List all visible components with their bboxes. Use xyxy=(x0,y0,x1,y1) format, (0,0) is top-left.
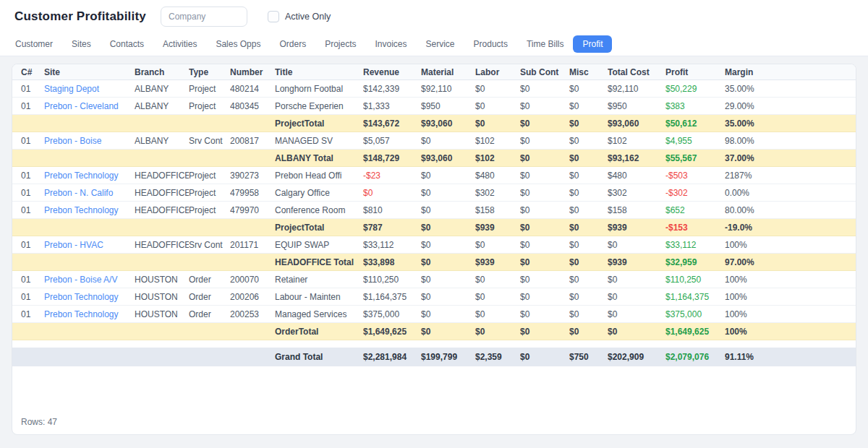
tab-sales-opps[interactable]: Sales Opps xyxy=(206,35,270,53)
site-link[interactable]: Prebon Technology xyxy=(44,171,135,181)
table-cell: -19.0% xyxy=(725,223,856,233)
column-header-sub-cont[interactable]: Sub Cont xyxy=(520,67,569,77)
table-row[interactable]: 01Prebon - HVACHEADOFFICESrv Cont201171E… xyxy=(12,236,856,254)
column-header-material[interactable]: Material xyxy=(421,67,475,77)
site-link[interactable]: Prebon Technology xyxy=(44,309,135,319)
table-cell: $0 xyxy=(475,119,520,129)
table-row[interactable]: 01Prebon TechnologyHEADOFFICEProject3902… xyxy=(12,167,856,184)
table-row[interactable]: 01Staging DepotALBANYProject480214Longho… xyxy=(12,80,856,98)
site-link[interactable]: Prebon - Boise A/V xyxy=(44,275,135,285)
table-cell: $0 xyxy=(569,171,608,181)
table-cell: 01 xyxy=(21,136,44,146)
table-cell: 390273 xyxy=(230,171,275,181)
table-cell: ALBANY xyxy=(135,101,189,111)
table-cell: $0 xyxy=(421,223,475,233)
column-header-branch[interactable]: Branch xyxy=(135,67,189,77)
table-cell: $0 xyxy=(569,292,608,302)
tab-profit[interactable]: Profit xyxy=(573,35,612,53)
column-header-number[interactable]: Number xyxy=(230,67,275,77)
table-cell: $0 xyxy=(569,188,608,198)
table-cell: Srv Cont xyxy=(189,240,230,250)
site-link[interactable]: Prebon Technology xyxy=(44,292,135,302)
table-cell: $0 xyxy=(421,327,475,337)
table-cell: $0 xyxy=(520,223,569,233)
table-body: 01Staging DepotALBANYProject480214Longho… xyxy=(12,80,856,366)
column-header-margin[interactable]: Margin xyxy=(725,67,856,77)
site-link[interactable]: Prebon - N. Califo xyxy=(44,188,135,198)
table-row[interactable]: 01Prebon - ClevelandALBANYProject480345P… xyxy=(12,98,856,115)
table-cell: -$23 xyxy=(363,171,421,181)
table-cell: EQUIP SWAP xyxy=(275,240,363,250)
profit-table: C#SiteBranchTypeNumberTitleRevenueMateri… xyxy=(12,64,856,366)
column-header-labor[interactable]: Labor xyxy=(475,67,520,77)
site-link[interactable]: Prebon - Cleveland xyxy=(44,101,135,111)
column-header-type[interactable]: Type xyxy=(189,67,230,77)
column-header-title[interactable]: Title xyxy=(275,67,363,77)
table-cell: $142,339 xyxy=(363,84,421,94)
table-cell: $0 xyxy=(475,84,520,94)
table-cell: 100% xyxy=(725,240,856,250)
table-cell: 480345 xyxy=(230,101,275,111)
site-link[interactable]: Prebon Technology xyxy=(44,205,135,215)
tab-activities[interactable]: Activities xyxy=(153,35,206,53)
table-row[interactable]: 01Prebon TechnologyHOUSTONOrder200206Lab… xyxy=(12,288,856,306)
table-cell: $0 xyxy=(569,275,608,285)
table-cell: 0.00% xyxy=(725,188,856,198)
column-header-revenue[interactable]: Revenue xyxy=(363,67,421,77)
table-cell: $0 xyxy=(520,153,569,163)
tab-customer[interactable]: Customer xyxy=(6,35,62,53)
column-header-c-[interactable]: C# xyxy=(21,67,44,77)
subtotal-row: ProjectTotal$143,672$93,060$0$0$0$93,060… xyxy=(12,115,856,132)
tab-sites[interactable]: Sites xyxy=(62,35,101,53)
table-row[interactable]: 01Prebon TechnologyHEADOFFICEProject4799… xyxy=(12,202,856,219)
table-cell: 37.00% xyxy=(725,153,856,163)
table-cell: 91.11% xyxy=(725,352,856,362)
tab-orders[interactable]: Orders xyxy=(270,35,315,53)
table-cell: $0 xyxy=(421,275,475,285)
column-header-total-cost[interactable]: Total Cost xyxy=(608,67,665,77)
table-cell: $939 xyxy=(475,223,520,233)
table-cell: ALBANY xyxy=(135,84,189,94)
table-cell: HOUSTON xyxy=(135,292,189,302)
page-title: Customer Profitability xyxy=(14,9,146,24)
column-header-site[interactable]: Site xyxy=(44,67,135,77)
table-cell: -$302 xyxy=(665,188,725,198)
table-cell: Project xyxy=(189,84,230,94)
table-cell: 201171 xyxy=(230,240,275,250)
table-cell: $0 xyxy=(520,84,569,94)
tab-service[interactable]: Service xyxy=(417,35,464,53)
table-cell: $0 xyxy=(569,119,608,129)
tab-time-bills[interactable]: Time Bills xyxy=(517,35,574,53)
table-cell: $0 xyxy=(569,240,608,250)
table-cell: 01 xyxy=(21,205,44,215)
table-cell: $0 xyxy=(520,240,569,250)
spacer-row xyxy=(12,340,856,348)
active-only-checkbox[interactable] xyxy=(268,11,279,22)
table-cell: $0 xyxy=(608,292,665,302)
table-cell: ALBANY Total xyxy=(275,153,363,163)
table-cell: $92,110 xyxy=(421,84,475,94)
table-cell: $32,959 xyxy=(665,257,725,267)
table-cell: HEADOFFICE xyxy=(135,188,189,198)
tab-products[interactable]: Products xyxy=(464,35,517,53)
site-link[interactable]: Prebon - Boise xyxy=(44,136,135,146)
column-header-misc[interactable]: Misc xyxy=(569,67,608,77)
column-header-profit[interactable]: Profit xyxy=(665,67,725,77)
tab-projects[interactable]: Projects xyxy=(315,35,365,53)
table-cell: $1,649,625 xyxy=(665,327,725,337)
tab-invoices[interactable]: Invoices xyxy=(366,35,417,53)
table-row[interactable]: 01Prebon - Boise A/VHOUSTONOrder200070Re… xyxy=(12,271,856,288)
table-cell: $302 xyxy=(608,188,665,198)
table-row[interactable]: 01Prebon TechnologyHOUSTONOrder200253Man… xyxy=(12,306,856,323)
table-row[interactable]: 01Prebon - BoiseALBANYSrv Cont200817MANA… xyxy=(12,132,856,150)
site-link[interactable]: Staging Depot xyxy=(44,84,135,94)
company-filter-input[interactable] xyxy=(161,7,247,27)
table-cell: 01 xyxy=(21,171,44,181)
subtotal-row: ALBANY Total$148,729$93,060$102$0$0$93,1… xyxy=(12,150,856,167)
table-cell: $0 xyxy=(520,327,569,337)
site-link[interactable]: Prebon - HVAC xyxy=(44,240,135,250)
tab-bar: CustomerSitesContactsActivitiesSales Opp… xyxy=(0,33,868,56)
table-row[interactable]: 01Prebon - N. CalifoHEADOFFICEProject479… xyxy=(12,184,856,202)
tab-contacts[interactable]: Contacts xyxy=(101,35,153,53)
table-cell: $2,281,984 xyxy=(363,352,421,362)
